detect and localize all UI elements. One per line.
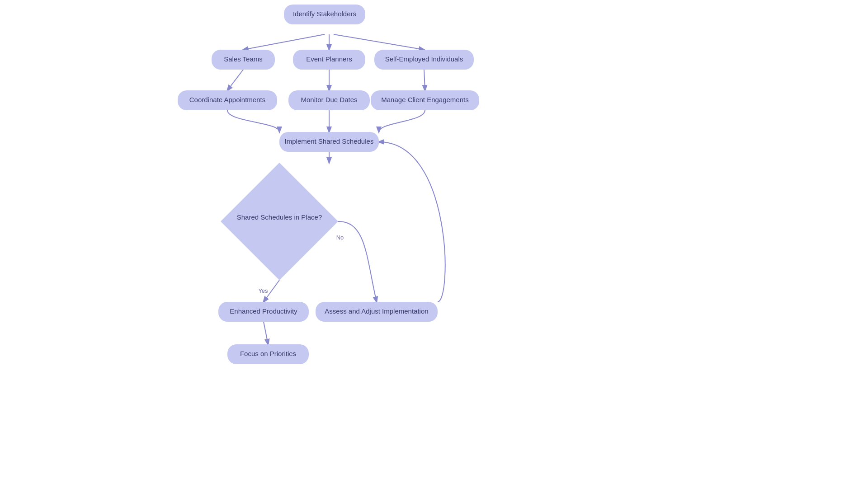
- arrow-assess-to-implement: [379, 142, 445, 302]
- arrow-coord-to-implement: [227, 110, 279, 132]
- assess-label: Assess and Adjust Implementation: [325, 307, 428, 315]
- sales-teams-label: Sales Teams: [224, 55, 263, 63]
- monitor-label: Monitor Due Dates: [301, 96, 357, 103]
- arrow-self-to-manage: [424, 70, 425, 90]
- arrow-diamond-to-assess: [338, 221, 377, 302]
- focus-label: Focus on Priorities: [240, 350, 296, 357]
- arrow-sales-to-coord: [227, 70, 243, 90]
- event-planners-label: Event Planners: [306, 55, 352, 63]
- identify-stakeholders-label: Identify Stakeholders: [293, 10, 356, 18]
- self-employed-label: Self-Employed Individuals: [385, 55, 463, 63]
- arrow-identify-to-self: [334, 34, 424, 50]
- diamond-shape: [221, 163, 338, 280]
- manage-label: Manage Client Engagements: [381, 96, 468, 103]
- yes-label: Yes: [258, 287, 268, 294]
- arrow-identify-to-sales: [243, 34, 325, 50]
- no-label: No: [336, 234, 344, 241]
- coordinate-label: Coordinate Appointments: [189, 96, 265, 103]
- arrow-manage-to-implement: [379, 110, 425, 132]
- diamond-label-line1: Shared Schedules in Place?: [237, 213, 322, 221]
- enhanced-label: Enhanced Productivity: [230, 307, 297, 315]
- arrow-enhanced-to-focus: [264, 322, 268, 344]
- implement-label: Implement Shared Schedules: [285, 137, 374, 145]
